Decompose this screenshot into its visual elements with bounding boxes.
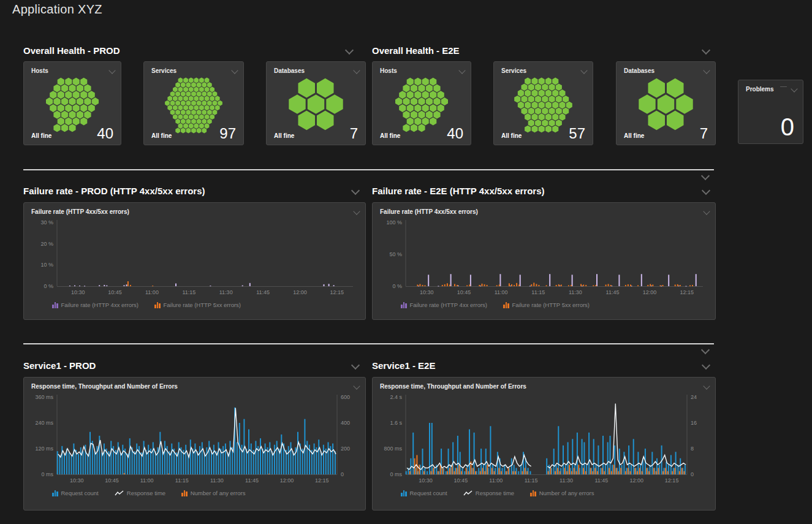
chevron-down-icon[interactable] bbox=[791, 85, 797, 92]
svg-text:12:15: 12:15 bbox=[315, 477, 329, 484]
svg-text:0: 0 bbox=[341, 471, 344, 477]
chevron-down-icon[interactable] bbox=[353, 382, 360, 389]
bar-chart-icon bbox=[401, 490, 407, 496]
legend-label: Failure rate (HTTP 5xx errors) bbox=[164, 302, 241, 308]
legend-item-request-count[interactable]: Request count bbox=[52, 490, 99, 496]
legend-item-errors[interactable]: Number of any errors bbox=[530, 490, 594, 496]
chevron-down-icon[interactable] bbox=[353, 208, 360, 215]
chevron-down-icon[interactable] bbox=[702, 46, 710, 55]
hexagon-cluster bbox=[30, 77, 115, 132]
svg-text:50 %: 50 % bbox=[389, 251, 402, 257]
health-tile-services-e2e[interactable]: Services All fine57 bbox=[493, 61, 593, 145]
chevron-down-icon[interactable] bbox=[702, 361, 710, 370]
svg-text:12:00: 12:00 bbox=[629, 477, 643, 484]
chevron-down-icon[interactable] bbox=[108, 67, 115, 74]
hexagon-cluster bbox=[273, 77, 359, 131]
svg-text:12:00: 12:00 bbox=[643, 289, 657, 295]
service-chart-tile-prod[interactable]: Response time, Throughput and Number of … bbox=[23, 377, 366, 511]
svg-text:11:15: 11:15 bbox=[525, 477, 538, 484]
chart-legend: Failure rate (HTTP 4xx errors) Failure r… bbox=[401, 302, 715, 308]
section-divider bbox=[23, 343, 714, 344]
health-tile-hosts-prod[interactable]: Hosts All fine40 bbox=[23, 61, 121, 145]
service-chart-tile-e2e[interactable]: Response time, Throughput and Number of … bbox=[372, 377, 716, 511]
status-label: All fine bbox=[624, 132, 644, 139]
health-tile-databases-e2e[interactable]: Databases All fine7 bbox=[616, 61, 716, 145]
svg-text:10:30: 10:30 bbox=[420, 289, 434, 295]
svg-text:11:30: 11:30 bbox=[560, 477, 573, 484]
svg-text:0 ms: 0 ms bbox=[390, 471, 402, 477]
svg-text:0 %: 0 % bbox=[392, 283, 402, 289]
service-chart-e2e[interactable]: 0 ms800 ms1.6 s2.4 s08162410:3010:4511:0… bbox=[378, 392, 711, 485]
tile-title: Response time, Throughput and Number of … bbox=[31, 383, 178, 390]
legend-item-response-time[interactable]: Response time bbox=[115, 490, 165, 496]
chart-legend: Request count Response time Number of an… bbox=[52, 490, 365, 496]
chevron-down-icon[interactable] bbox=[458, 67, 465, 74]
entity-count: 40 bbox=[97, 127, 113, 139]
svg-text:11:30: 11:30 bbox=[210, 477, 224, 484]
chevron-down-icon[interactable] bbox=[353, 67, 360, 74]
svg-text:0: 0 bbox=[691, 471, 694, 477]
entity-count: 97 bbox=[219, 127, 236, 139]
svg-text:11:00: 11:00 bbox=[495, 289, 508, 295]
chart-legend: Request count Response time Number of an… bbox=[401, 490, 715, 496]
line-chart-icon bbox=[115, 490, 124, 496]
chevron-down-icon[interactable] bbox=[701, 172, 710, 180]
failure-rate-chart-tile-e2e[interactable]: Failure rate (HTTP 4xx/5xx errors) 0 %50… bbox=[372, 202, 716, 320]
tile-title: Problems bbox=[746, 86, 774, 93]
svg-text:12:15: 12:15 bbox=[665, 477, 679, 484]
chevron-down-icon[interactable] bbox=[701, 346, 710, 354]
section-title-failure-e2e: Failure rate - E2E (HTTP 4xx/5xx errors) bbox=[372, 186, 545, 196]
entity-count: 7 bbox=[350, 127, 358, 139]
bar-chart-icon bbox=[530, 490, 536, 496]
section-header-overall-prod: Overall Health - PROD bbox=[23, 44, 352, 56]
section-title-overall-e2e: Overall Health - E2E bbox=[372, 45, 460, 56]
chevron-down-icon[interactable] bbox=[703, 67, 710, 74]
health-tile-databases-prod[interactable]: Databases All fine7 bbox=[266, 61, 366, 145]
legend-label: Failure rate (HTTP 4xx errors) bbox=[61, 302, 139, 308]
svg-text:1.6 s: 1.6 s bbox=[390, 420, 402, 426]
svg-text:100 %: 100 % bbox=[386, 219, 402, 226]
page-title: Application XYZ bbox=[12, 2, 102, 17]
problems-tile[interactable]: Problems 0 bbox=[738, 80, 803, 144]
svg-text:10:45: 10:45 bbox=[108, 289, 122, 295]
legend-item-4xx[interactable]: Failure rate (HTTP 4xx errors) bbox=[52, 302, 138, 308]
legend-item-errors[interactable]: Number of any errors bbox=[181, 490, 245, 496]
legend-item-5xx[interactable]: Failure rate (HTTP 5xx errors) bbox=[503, 302, 590, 308]
bar-chart-icon bbox=[52, 302, 58, 308]
svg-text:2.4 s: 2.4 s bbox=[390, 394, 402, 400]
failure-rate-chart-tile-prod[interactable]: Failure rate (HTTP 4xx/5xx errors) 0 %10… bbox=[23, 202, 366, 320]
section-title-service-prod: Service1 - PROD bbox=[23, 360, 96, 371]
chevron-down-icon[interactable] bbox=[345, 46, 354, 55]
problems-count: 0 bbox=[781, 113, 794, 141]
entity-count: 40 bbox=[447, 127, 463, 139]
failure-rate-chart-e2e[interactable]: 0 %50 %100 %10:3010:4511:0011:1511:3011:… bbox=[378, 218, 711, 297]
svg-text:11:15: 11:15 bbox=[182, 289, 195, 295]
chevron-down-icon[interactable] bbox=[702, 186, 710, 195]
bar-chart-icon bbox=[503, 302, 509, 308]
legend-item-request-count[interactable]: Request count bbox=[401, 490, 447, 496]
tile-title: Failure rate (HTTP 4xx/5xx errors) bbox=[31, 208, 129, 215]
legend-item-response-time[interactable]: Response time bbox=[463, 490, 514, 496]
svg-text:8: 8 bbox=[691, 446, 694, 452]
chevron-down-icon[interactable] bbox=[703, 382, 710, 389]
legend-item-5xx[interactable]: Failure rate (HTTP 5xx errors) bbox=[154, 302, 241, 308]
svg-text:30 %: 30 % bbox=[40, 219, 53, 226]
tile-title: Databases bbox=[274, 67, 305, 74]
svg-text:240 ms: 240 ms bbox=[35, 420, 53, 426]
chevron-down-icon[interactable] bbox=[351, 186, 360, 195]
section-title-failure-prod: Failure rate - PROD (HTTP 4xx/5xx errors… bbox=[23, 186, 205, 196]
tile-title: Failure rate (HTTP 4xx/5xx errors) bbox=[380, 208, 478, 215]
chevron-down-icon[interactable] bbox=[351, 361, 360, 370]
service-chart-prod[interactable]: 0 ms120 ms240 ms360 ms020040060010:3010:… bbox=[29, 392, 362, 485]
chevron-down-icon[interactable] bbox=[703, 208, 710, 215]
svg-text:10 %: 10 % bbox=[40, 262, 53, 268]
health-tile-hosts-e2e[interactable]: Hosts All fine40 bbox=[372, 61, 471, 145]
legend-label: Number of any errors bbox=[191, 490, 246, 496]
failure-rate-chart-prod[interactable]: 0 %10 %20 %30 %10:3010:4511:0011:1511:30… bbox=[29, 218, 362, 297]
tile-title: Services bbox=[151, 67, 176, 74]
svg-text:11:45: 11:45 bbox=[256, 289, 270, 295]
chevron-down-icon[interactable] bbox=[231, 67, 238, 74]
chevron-down-icon[interactable] bbox=[580, 67, 587, 74]
health-tile-services-prod[interactable]: Services All fine97 bbox=[143, 61, 244, 145]
legend-item-4xx[interactable]: Failure rate (HTTP 4xx errors) bbox=[401, 302, 487, 308]
